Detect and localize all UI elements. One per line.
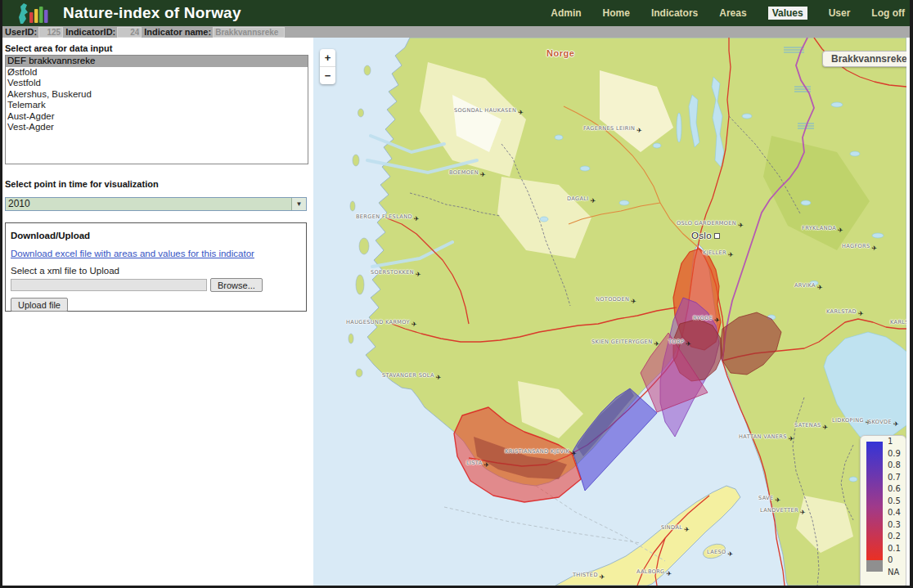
header-bar: Nature-index of Norway AdminHomeIndicato… xyxy=(2,0,910,26)
airport-label: BERGEN FLESLAND✈ xyxy=(356,213,420,220)
browser-window: Nature-index of Norway AdminHomeIndicato… xyxy=(0,0,913,588)
airport-label: STAVANGER SOLA✈ xyxy=(382,371,442,379)
airplane-icon: ✈ xyxy=(667,570,672,577)
airport-label: AALBORG✈ xyxy=(636,568,672,575)
legend-gradient xyxy=(866,442,883,560)
legend-bar xyxy=(866,442,883,586)
upload-file-label: Select a xml file to Upload xyxy=(11,266,301,276)
airport-label: KARLS✈ xyxy=(890,318,906,325)
chevron-down-icon[interactable]: ▼ xyxy=(291,198,306,210)
city-marker-icon xyxy=(714,233,720,239)
airplane-icon: ✈ xyxy=(823,424,829,431)
area-option[interactable]: Akershus, Buskerud xyxy=(6,89,308,101)
airplane-icon: ✈ xyxy=(412,321,417,328)
zoom-in-button[interactable]: + xyxy=(320,49,335,66)
airplane-icon: ✈ xyxy=(571,450,577,457)
area-option[interactable]: Vest-Agder xyxy=(6,122,308,133)
city-label-oslo: Oslo xyxy=(691,231,720,240)
airport-label: SATENAS✈ xyxy=(794,421,829,429)
nav-user[interactable]: User xyxy=(829,7,851,19)
time-select-label: Select point in time for visualization xyxy=(5,179,313,189)
time-select[interactable]: 2010 ▼ xyxy=(5,197,307,211)
airplane-icon: ✈ xyxy=(686,340,691,348)
legend-value: 0 xyxy=(888,554,901,567)
airport-label: HATTAN VANERS✈ xyxy=(739,433,794,440)
download-excel-link[interactable]: Download excel file with areas and value… xyxy=(11,249,301,258)
airplane-icon: ✈ xyxy=(591,197,596,204)
indicator-name-field xyxy=(213,27,285,38)
legend-labels: 10.90.80.70.60.50.40.30.20.10NA xyxy=(888,436,901,586)
zoom-out-button[interactable]: − xyxy=(320,67,335,84)
airplane-icon: ✈ xyxy=(518,109,524,116)
xml-file-input[interactable] xyxy=(11,279,207,291)
nav-values[interactable]: Values xyxy=(768,7,807,20)
area-option[interactable]: Telemark xyxy=(6,100,308,111)
nav-areas[interactable]: Areas xyxy=(719,7,746,19)
area-option[interactable]: Aust-Agder xyxy=(6,111,308,123)
app-page: Nature-index of Norway AdminHomeIndicato… xyxy=(2,0,910,586)
airport-label: RYGGE✈ xyxy=(693,314,720,321)
area-option[interactable]: DEF brakkvannsreke xyxy=(6,56,308,67)
airplane-icon: ✈ xyxy=(893,420,899,428)
main-nav: AdminHomeIndicatorsAreasValuesUserLog of… xyxy=(551,0,905,26)
legend-value: NA xyxy=(888,567,901,579)
upload-file-button[interactable]: Upload file xyxy=(11,298,68,312)
area-select-label: Select area for data input xyxy=(5,43,313,53)
browse-button[interactable]: Browse... xyxy=(210,278,263,292)
legend-value: 0.4 xyxy=(888,507,901,519)
airplane-icon: ✈ xyxy=(728,251,734,258)
airport-label: FRYKLANDA✈ xyxy=(802,224,843,231)
airport-label: KRISTIANSAND KJEVIK✈ xyxy=(505,447,577,455)
airplane-icon: ✈ xyxy=(600,573,605,581)
airplane-icon: ✈ xyxy=(636,127,642,134)
airport-label: NOTODDEN✈ xyxy=(596,295,636,303)
nav-admin[interactable]: Admin xyxy=(551,7,581,19)
airport-label: LISTA✈ xyxy=(466,459,490,466)
nav-indicators[interactable]: Indicators xyxy=(651,7,698,19)
country-label: Norge xyxy=(546,48,574,58)
airport-label: HAUGESUND KARMOY✈ xyxy=(346,318,417,325)
legend-na-swatch xyxy=(866,560,883,572)
legend-value: 0.1 xyxy=(888,543,901,555)
nav-home[interactable]: Home xyxy=(603,7,630,19)
user-id-field xyxy=(38,27,63,38)
page-title: Nature-index of Norway xyxy=(63,4,241,22)
legend-value: 0.6 xyxy=(888,483,901,496)
airplane-icon: ✈ xyxy=(789,435,794,442)
nav-log-off[interactable]: Log off xyxy=(871,7,905,19)
airport-label: SOERSTOKKEN✈ xyxy=(371,268,421,276)
airport-label: SOGNDAL HAUKASEN✈ xyxy=(454,106,524,114)
airport-label: SKIEN GEITERYGGEN✈ xyxy=(591,338,660,345)
airport-label: KARLSTAD✈ xyxy=(826,307,864,315)
airport-label: SINDAL✈ xyxy=(661,523,690,531)
area-listbox[interactable]: DEF brakkvannsrekeØstfoldVestfoldAkershu… xyxy=(5,55,308,164)
airplane-icon: ✈ xyxy=(480,171,486,178)
airplane-icon: ✈ xyxy=(416,271,421,278)
map-indicator-button[interactable]: Brakkvannsreke xyxy=(822,51,906,67)
airplane-icon: ✈ xyxy=(714,316,720,324)
airplane-icon: ✈ xyxy=(631,298,636,305)
airport-label: LAESO✈ xyxy=(707,548,734,555)
map-zoom-control: + − xyxy=(320,49,335,84)
time-select-value: 2010 xyxy=(8,198,30,209)
airplane-icon: ✈ xyxy=(684,526,690,533)
airport-label: TORP✈ xyxy=(668,338,691,345)
legend-value: 0.2 xyxy=(888,531,901,543)
map-canvas[interactable]: Norge Oslo SOGNDAL HAUKASEN✈FAGERNES LEI… xyxy=(313,38,906,586)
airport-label: OSLO GARDERMOEN✈ xyxy=(677,219,744,227)
airplane-icon: ✈ xyxy=(800,509,806,516)
airport-label: LANDVETTER✈ xyxy=(760,506,806,514)
legend-value: 0.8 xyxy=(888,460,901,472)
app-logo-icon xyxy=(16,2,52,25)
area-option[interactable]: Vestfold xyxy=(6,78,308,89)
airport-label: FAGERNES LEIRIN✈ xyxy=(583,124,642,132)
airplane-icon: ✈ xyxy=(838,227,843,234)
legend-value: 0.5 xyxy=(888,496,901,508)
map-legend: 10.90.80.70.60.50.40.30.20.10NA xyxy=(860,435,906,586)
airplane-icon: ✈ xyxy=(728,550,734,558)
airport-label: SKOVDE✈ xyxy=(868,418,899,425)
airport-label: LIDKOPING✈ xyxy=(832,416,871,424)
indicator-name-label: Indicator name: xyxy=(144,27,211,37)
area-option[interactable]: Østfold xyxy=(6,67,308,79)
airplane-icon: ✈ xyxy=(738,222,744,229)
